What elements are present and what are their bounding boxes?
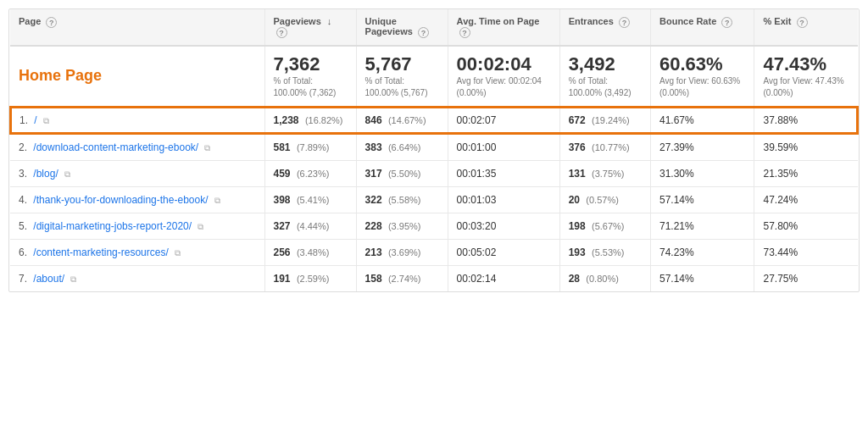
- unique-pageviews-pct: (5.58%): [388, 195, 421, 205]
- unique-pageviews-cell: 228 (3.95%): [356, 213, 448, 239]
- bounce-rate-value: 27.39%: [659, 141, 694, 153]
- bounce-rate-cell: 41.67%: [651, 107, 754, 134]
- page-link[interactable]: /about/: [33, 273, 64, 285]
- entrances-pct: (5.53%): [592, 247, 625, 257]
- page-link[interactable]: /thank-you-for-downloading-the-ebook/: [33, 194, 208, 206]
- row-number: 4.: [19, 194, 27, 206]
- bounce-rate-cell: 27.39%: [651, 134, 754, 161]
- avg-time-value: 00:02:14: [457, 273, 497, 285]
- page-cell: 5. /digital-marketing-jobs-report-2020/ …: [10, 213, 264, 239]
- page-cell: 3. /blog/ ⧉: [10, 160, 264, 186]
- page-link[interactable]: /content-marketing-resources/: [33, 246, 168, 258]
- unique-pageviews-cell: 322 (5.58%): [356, 186, 448, 213]
- page-link[interactable]: /blog/: [33, 168, 58, 180]
- table-row: 7. /about/ ⧉ 191 (2.59%) 158 (2.74%) 00:…: [10, 265, 858, 291]
- unique-pageviews-help-icon[interactable]: ?: [418, 27, 429, 38]
- avg-time-cell: 00:02:14: [448, 265, 559, 291]
- page-cell: 1. / ⧉: [10, 107, 264, 134]
- pageviews-pct: (3.48%): [297, 247, 330, 257]
- pageviews-cell: 581 (7.89%): [264, 134, 356, 161]
- entrances-cell: 28 (0.80%): [559, 265, 650, 291]
- pct-exit-help-icon[interactable]: ?: [797, 17, 808, 28]
- page-cell: 2. /download-content-marketing-ebook/ ⧉: [10, 134, 264, 161]
- pageviews-value: 327: [274, 220, 291, 232]
- row-number: 2.: [19, 141, 27, 153]
- copy-icon[interactable]: ⧉: [64, 169, 70, 180]
- pageviews-pct: (4.44%): [297, 221, 330, 231]
- avg-time-cell: 00:01:35: [448, 160, 559, 186]
- home-page-title: Home Page: [19, 67, 102, 84]
- entrances-value: 193: [569, 246, 586, 258]
- entrances-pct: (5.67%): [592, 221, 625, 231]
- entrances-value: 376: [569, 141, 586, 153]
- page-link[interactable]: /digital-marketing-jobs-report-2020/: [33, 220, 192, 232]
- copy-icon[interactable]: ⧉: [214, 196, 220, 206]
- home-unique-pageviews-cell: 5,767 % of Total: 100.00% (5,767): [356, 46, 448, 107]
- entrances-value: 198: [569, 220, 586, 232]
- bounce-rate-value: 71.21%: [659, 220, 694, 232]
- entrances-pct: (19.24%): [592, 115, 630, 125]
- avg-time-help-icon[interactable]: ?: [459, 27, 470, 38]
- pageviews-help-icon[interactable]: ?: [276, 27, 287, 38]
- pct-exit-cell: 57.80%: [754, 213, 858, 239]
- copy-icon[interactable]: ⧉: [204, 143, 210, 153]
- bounce-rate-help-icon[interactable]: ?: [721, 17, 732, 28]
- unique-pageviews-cell: 317 (5.50%): [356, 160, 448, 186]
- copy-icon[interactable]: ⧉: [70, 274, 76, 285]
- entrances-pct: (10.77%): [592, 142, 630, 152]
- entrances-cell: 193 (5.53%): [559, 239, 650, 265]
- unique-pageviews-pct: (3.69%): [388, 247, 421, 257]
- avg-time-column-header: Avg. Time on Page ?: [448, 9, 559, 46]
- avg-time-cell: 00:05:02: [448, 239, 559, 265]
- row-number: 3.: [19, 168, 27, 180]
- pct-exit-cell: 47.24%: [754, 186, 858, 213]
- entrances-value: 131: [569, 168, 586, 180]
- copy-icon[interactable]: ⧉: [198, 222, 203, 232]
- page-link[interactable]: /: [34, 114, 36, 126]
- avg-time-value: 00:01:00: [457, 141, 497, 153]
- pageviews-pct: (7.89%): [297, 142, 330, 152]
- unique-pageviews-pct: (6.64%): [388, 142, 421, 152]
- pct-exit-column-header: % Exit ?: [754, 9, 858, 46]
- bounce-rate-cell: 57.14%: [651, 186, 754, 213]
- entrances-pct: (3.75%): [592, 169, 625, 179]
- bounce-rate-value: 57.14%: [659, 273, 694, 285]
- pageviews-cell: 398 (5.41%): [264, 186, 356, 213]
- bounce-rate-cell: 31.30%: [651, 160, 754, 186]
- entrances-help-icon[interactable]: ?: [619, 17, 630, 28]
- copy-icon[interactable]: ⧉: [175, 248, 181, 258]
- pageviews-column-header: Pageviews ↓ ?: [264, 9, 356, 46]
- unique-pageviews-pct: (14.67%): [388, 115, 426, 125]
- pct-exit-value: 27.75%: [763, 273, 798, 285]
- page-help-icon[interactable]: ?: [46, 17, 57, 28]
- unique-pageviews-value: 322: [365, 194, 382, 206]
- pageviews-pct: (5.41%): [297, 195, 330, 205]
- pct-exit-cell: 39.59%: [754, 134, 858, 161]
- home-entrances-cell: 3,492 % of Total: 100.00% (3,492): [559, 46, 650, 107]
- unique-pageviews-pct: (3.95%): [388, 221, 421, 231]
- page-link[interactable]: /download-content-marketing-ebook/: [33, 141, 198, 153]
- pct-exit-value: 37.88%: [763, 114, 798, 126]
- table-row: 2. /download-content-marketing-ebook/ ⧉ …: [10, 134, 858, 161]
- pct-exit-cell: 37.88%: [754, 107, 858, 134]
- avg-time-value: 00:01:35: [457, 168, 497, 180]
- entrances-value: 28: [569, 273, 580, 285]
- entrances-pct: (0.80%): [586, 274, 619, 284]
- entrances-cell: 376 (10.77%): [559, 134, 650, 161]
- unique-pageviews-cell: 158 (2.74%): [356, 265, 448, 291]
- avg-time-value: 00:02:07: [457, 114, 497, 126]
- home-avg-time-cell: 00:02:04 Avg for View: 00:02:04 (0.00%): [448, 46, 559, 107]
- copy-icon[interactable]: ⧉: [43, 116, 49, 126]
- avg-time-cell: 00:01:00: [448, 134, 559, 161]
- bounce-rate-cell: 57.14%: [651, 265, 754, 291]
- page-cell: 4. /thank-you-for-downloading-the-ebook/…: [10, 186, 264, 213]
- bounce-rate-value: 74.23%: [659, 246, 694, 258]
- avg-time-value: 00:01:03: [457, 194, 497, 206]
- unique-pageviews-pct: (5.50%): [388, 169, 421, 179]
- pct-exit-value: 57.80%: [763, 220, 798, 232]
- entrances-value: 20: [569, 194, 580, 206]
- bounce-rate-cell: 74.23%: [651, 239, 754, 265]
- pageviews-pct: (2.59%): [297, 274, 330, 284]
- unique-pageviews-value: 213: [365, 246, 382, 258]
- bounce-rate-value: 41.67%: [659, 114, 694, 126]
